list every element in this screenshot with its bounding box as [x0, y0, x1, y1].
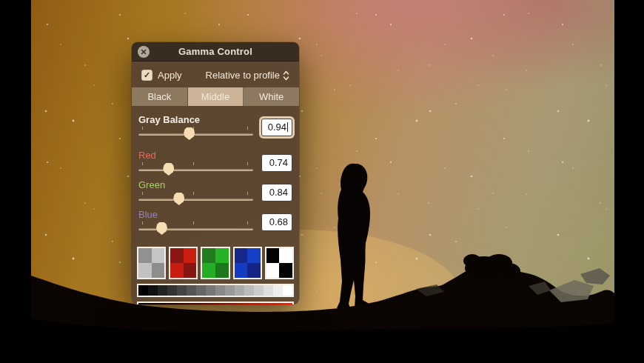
- swatch-row: [137, 247, 294, 279]
- swatch-quad: [170, 248, 184, 263]
- apply-row: ✓ Apply Relative to profile: [137, 67, 294, 87]
- apply-checkbox[interactable]: ✓: [141, 70, 152, 81]
- slider-label-gray-balance: Gray Balance: [138, 114, 253, 126]
- swatch-quad: [170, 263, 184, 278]
- swatch-quad: [215, 263, 229, 278]
- swatch-gray: [137, 247, 166, 279]
- swatch-quad: [184, 263, 197, 278]
- slider-gray-balance[interactable]: [138, 126, 253, 140]
- swatch-quad: [279, 248, 292, 263]
- swatch-quad: [247, 263, 261, 278]
- swatch-red: [169, 247, 198, 279]
- swatch-quad: [202, 248, 215, 263]
- swatch-quad: [138, 263, 152, 278]
- swatch-quad: [152, 263, 165, 278]
- landscape-silhouette: [31, 0, 614, 363]
- slider-thumb-blue[interactable]: [156, 222, 167, 235]
- slider-tick: [193, 192, 194, 195]
- red-ramp-band: [138, 303, 292, 304]
- panel-body: ✓ Apply Relative to profile BlackMiddleW…: [132, 61, 299, 304]
- swatch-black-white: [265, 247, 294, 279]
- swatch-quad: [215, 248, 229, 263]
- apply-group[interactable]: ✓ Apply: [141, 70, 182, 81]
- swatch-quad: [266, 263, 280, 278]
- value-field-blue[interactable]: 0.68: [261, 213, 292, 231]
- swatch-quad: [235, 263, 248, 278]
- swatch-quad: [279, 263, 292, 278]
- swatch-quad: [152, 248, 165, 263]
- slider-track-green: [138, 199, 253, 201]
- value-field-gray-balance[interactable]: 0.94: [261, 119, 292, 136]
- slider-track-gray-balance: [138, 133, 253, 136]
- profile-popup[interactable]: Relative to profile: [206, 70, 289, 81]
- close-button[interactable]: ✕: [138, 46, 150, 58]
- slider-label-blue: Blue: [138, 209, 253, 221]
- slider-track-red: [138, 169, 253, 171]
- slider-tick: [193, 222, 194, 224]
- swatch-quad: [235, 248, 248, 263]
- slider-blue[interactable]: [138, 221, 253, 235]
- slider-thumb-gray-balance[interactable]: [184, 127, 195, 140]
- window-title: Gamma Control: [178, 46, 252, 57]
- popup-chevrons-icon: [283, 70, 289, 81]
- slider-tick: [247, 162, 248, 165]
- swatch-quad: [184, 248, 197, 263]
- swatch-green: [201, 247, 229, 279]
- slider-tick: [247, 222, 248, 224]
- slider-tick: [142, 222, 143, 224]
- rgb-ramp-strip: [137, 302, 294, 304]
- apply-label: Apply: [158, 70, 182, 81]
- slider-label-green: Green: [138, 179, 253, 191]
- gamma-control-window: ✕ Gamma Control ✓ Apply Relative to prof…: [132, 42, 299, 304]
- slider-red[interactable]: [138, 161, 253, 176]
- slider-tick: [247, 127, 248, 130]
- swatch-quad: [266, 248, 280, 263]
- value-field-green[interactable]: 0.84: [261, 184, 292, 202]
- slider-green[interactable]: [138, 191, 253, 205]
- slider-row-green: Green0.84: [138, 179, 292, 205]
- slider-tick: [193, 162, 194, 165]
- profile-popup-value: Relative to profile: [206, 70, 280, 81]
- slider-track-blue: [138, 228, 253, 230]
- slider-tick: [142, 192, 143, 195]
- slider-row-gray-balance: Gray Balance0.94: [138, 114, 292, 140]
- sliders: Gray Balance0.94Red0.74Green0.84Blue0.68: [137, 106, 294, 240]
- slider-tick: [247, 192, 248, 195]
- swatch-quad: [202, 263, 215, 278]
- slider-row-blue: Blue0.68: [138, 209, 292, 235]
- slider-row-red: Red0.74: [138, 150, 292, 176]
- tab-white[interactable]: White: [244, 87, 299, 106]
- swatch-quad: [247, 248, 261, 263]
- segmented-control: BlackMiddleWhite: [132, 87, 299, 106]
- swatch-blue: [233, 247, 262, 279]
- swatch-quad: [138, 248, 152, 263]
- titlebar[interactable]: ✕ Gamma Control: [132, 42, 299, 61]
- slider-thumb-red[interactable]: [163, 163, 174, 176]
- slider-tick: [142, 162, 143, 165]
- background-photo: [31, 0, 614, 363]
- tab-middle[interactable]: Middle: [188, 87, 244, 106]
- value-field-red[interactable]: 0.74: [261, 154, 292, 172]
- slider-tick: [142, 127, 143, 130]
- grayscale-ramp-strip: [137, 284, 294, 297]
- tab-black[interactable]: Black: [132, 87, 188, 106]
- desktop: ✕ Gamma Control ✓ Apply Relative to prof…: [0, 0, 644, 363]
- slider-label-red: Red: [138, 150, 253, 161]
- slider-thumb-green[interactable]: [173, 193, 184, 205]
